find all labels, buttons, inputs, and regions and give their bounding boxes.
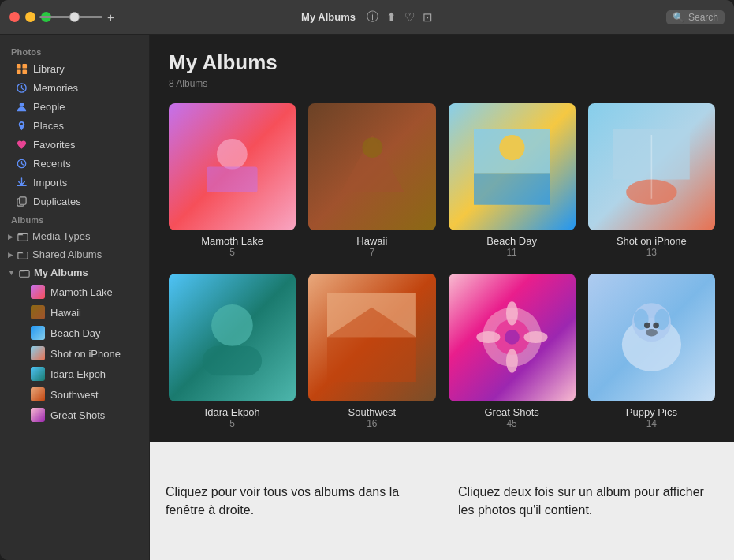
sidebar-group-shared-albums[interactable]: ▶ Shared Albums (0, 245, 149, 263)
folder-icon (17, 231, 28, 242)
svg-point-12 (217, 139, 248, 170)
album-card-idara-ekpoh[interactable]: Idara Ekpoh 5 (169, 274, 296, 428)
svg-rect-2 (16, 69, 20, 74)
album-card-puppy-pics[interactable]: Puppy Pics 14 (588, 274, 715, 428)
album-name-shot-on-iphone: Shot on iPhone (617, 235, 687, 247)
album-count-beach-day: 11 (506, 247, 516, 258)
beach-day-thumb (31, 326, 45, 340)
album-card-mamoth-lake[interactable]: Mamoth Lake 5 (169, 103, 296, 258)
zoom-slider-track[interactable] (39, 16, 102, 18)
album-thumb-shot-on-iphone (588, 103, 715, 230)
sidebar-item-library[interactable]: Library (4, 59, 145, 78)
sidebar-subitem-mamoth-lake[interactable]: Mamoth Lake (4, 282, 145, 302)
imports-label: Imports (33, 177, 67, 189)
album-card-southwest[interactable]: Southwest 16 (308, 274, 435, 428)
svg-point-5 (19, 102, 24, 106)
favorites-icon (15, 138, 28, 151)
share-icon[interactable]: ⬆ (386, 10, 397, 24)
page-title: My Albums (169, 50, 715, 75)
minimize-button[interactable] (25, 12, 35, 22)
svg-rect-0 (16, 63, 20, 68)
memories-label: Memories (33, 82, 78, 94)
sidebar-group-media-types[interactable]: ▶ Media Types (0, 227, 149, 245)
sidebar-item-memories[interactable]: Memories (4, 78, 145, 97)
svg-point-38 (653, 323, 659, 329)
sidebar-item-people[interactable]: People (4, 97, 145, 116)
album-name-puppy-pics: Puppy Pics (626, 406, 677, 418)
album-count-idara-ekpoh: 5 (229, 418, 235, 429)
sidebar-subitem-shot-on-iphone[interactable]: Shot on iPhone (4, 343, 145, 364)
zoom-plus-icon[interactable]: + (107, 10, 114, 24)
info-icon[interactable]: ⓘ (367, 9, 378, 24)
album-thumb-idara-ekpoh (169, 274, 296, 401)
sidebar-item-favorites[interactable]: Favorites (4, 135, 145, 154)
sidebar-item-recents[interactable]: Recents (4, 154, 145, 173)
great-shots-thumb (31, 408, 45, 422)
album-count-shot-on-iphone: 13 (646, 247, 657, 258)
album-card-beach-day[interactable]: Beach Day 11 (449, 103, 576, 258)
svg-point-15 (362, 138, 382, 159)
shared-albums-label: Shared Albums (32, 248, 102, 260)
great-shots-sub-label: Great Shots (50, 409, 105, 421)
shot-on-iphone-sub-label: Shot on iPhone (50, 348, 121, 360)
my-albums-folder-icon (19, 267, 30, 278)
zoom-slider-area: + (39, 10, 114, 24)
sidebar-subitem-idara-ekpoh[interactable]: Idara Ekpoh (4, 364, 145, 384)
album-count-great-shots: 45 (506, 418, 516, 429)
albums-grid: Mamoth Lake 5 Hawaii (169, 103, 715, 429)
album-thumb-hawaii (308, 103, 435, 230)
recents-icon (15, 157, 28, 170)
svg-point-17 (499, 135, 524, 160)
shot-on-iphone-thumb (31, 346, 45, 360)
sidebar-item-places[interactable]: Places (4, 116, 145, 135)
album-name-idara-ekpoh: Idara Ekpoh (205, 406, 260, 418)
svg-point-28 (505, 330, 520, 345)
sidebar-subitem-hawaii[interactable]: Hawaii (4, 302, 145, 323)
hawaii-thumb (31, 305, 45, 319)
chevron-right-icon: ▶ (8, 233, 13, 241)
zoom-slider-thumb[interactable] (69, 12, 80, 22)
sidebar-group-my-albums[interactable]: ▼ My Albums (0, 263, 149, 282)
titlebar: + My Albums ⓘ ⬆ ♡ ⊡ 🔍 Search (0, 0, 734, 35)
window-title: My Albums (301, 11, 356, 23)
idara-ekpoh-thumb (31, 367, 45, 381)
svg-rect-3 (22, 69, 27, 74)
sidebar-item-duplicates[interactable]: Duplicates (4, 192, 145, 211)
svg-point-31 (476, 331, 500, 343)
memories-icon (15, 81, 28, 94)
album-card-great-shots[interactable]: Great Shots 45 (449, 274, 576, 428)
svg-rect-13 (207, 167, 258, 192)
album-name-great-shots: Great Shots (484, 406, 538, 418)
sidebar-subitem-southwest[interactable]: Southwest (4, 384, 145, 405)
chevron-down-icon: ▼ (8, 269, 15, 277)
album-count-southwest: 16 (367, 418, 377, 429)
southwest-sub-label: Southwest (50, 389, 99, 401)
library-icon (15, 62, 28, 75)
album-thumb-mamoth-lake (169, 103, 296, 230)
southwest-thumb (31, 387, 45, 401)
sidebar-subitem-great-shots[interactable]: Great Shots (4, 405, 145, 425)
svg-point-22 (211, 304, 253, 346)
svg-point-30 (506, 349, 518, 373)
album-count-mamoth-lake: 5 (229, 247, 235, 258)
media-types-label: Media Types (32, 230, 90, 242)
search-input[interactable]: Search (688, 12, 718, 23)
close-button[interactable] (9, 12, 20, 22)
places-label: Places (33, 120, 64, 132)
album-card-hawaii[interactable]: Hawaii 7 (308, 103, 435, 258)
svg-rect-1 (22, 63, 27, 68)
album-card-shot-on-iphone[interactable]: Shot on iPhone 13 (588, 103, 715, 258)
duplicates-icon (15, 195, 28, 207)
sidebar-subitem-beach-day[interactable]: Beach Day (4, 323, 145, 343)
search-box[interactable]: 🔍 Search (666, 10, 725, 24)
crop-icon[interactable]: ⊡ (423, 10, 433, 24)
svg-point-37 (644, 323, 650, 329)
sidebar-item-imports[interactable]: Imports (4, 173, 145, 192)
album-thumb-great-shots (449, 274, 576, 401)
shared-folder-icon (17, 249, 28, 260)
recents-label: Recents (33, 158, 71, 170)
heart-icon[interactable]: ♡ (404, 10, 415, 24)
album-thumb-southwest (308, 274, 435, 401)
titlebar-action-icons: ⓘ ⬆ ♡ ⊡ (367, 9, 433, 24)
duplicates-label: Duplicates (33, 196, 81, 207)
